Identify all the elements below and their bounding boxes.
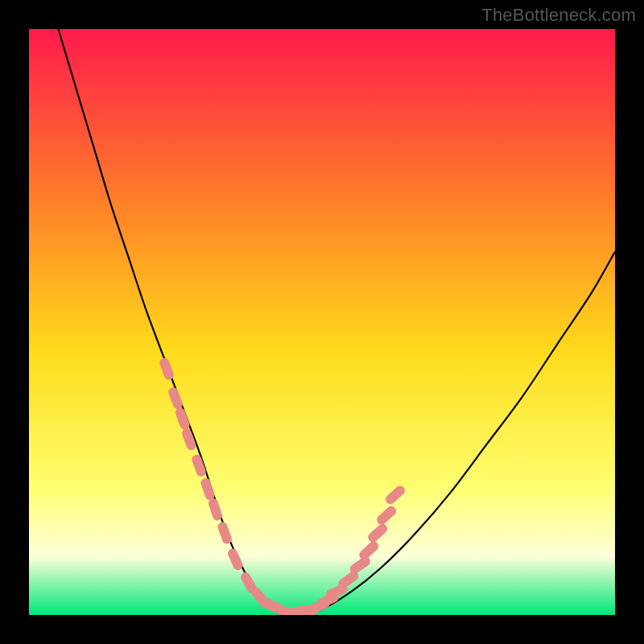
chart-frame: TheBottleneck.com — [0, 0, 644, 644]
marker-dash — [343, 576, 353, 584]
attribution-text: TheBottleneck.com — [481, 5, 636, 26]
marker-dash — [222, 527, 226, 539]
plot-area — [29, 29, 615, 615]
marker-dash — [390, 490, 400, 499]
marker-dash — [206, 483, 210, 495]
marker-dash — [233, 554, 237, 566]
marker-dash — [196, 460, 200, 472]
marker-dash — [173, 392, 178, 404]
marker-dash — [180, 413, 185, 425]
marker-dash — [382, 511, 391, 520]
marker-dash — [246, 577, 252, 588]
marker-dash — [331, 589, 343, 594]
marker-dash — [164, 363, 169, 375]
marker-dash — [213, 503, 217, 515]
marker-dash — [373, 529, 382, 538]
bottleneck-chart — [29, 29, 615, 615]
gradient-background — [29, 29, 615, 615]
marker-dash — [187, 433, 192, 445]
marker-dash — [364, 547, 374, 555]
marker-dash — [355, 562, 365, 569]
